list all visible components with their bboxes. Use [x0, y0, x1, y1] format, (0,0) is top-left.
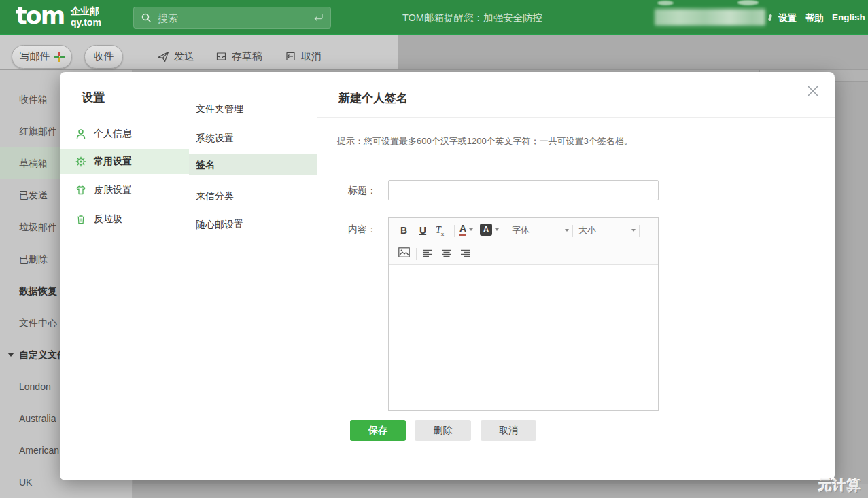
cancel-compose-button[interactable]: 取消: [285, 46, 322, 67]
font-color-letter: A: [459, 224, 466, 236]
shirt-icon: [75, 185, 86, 196]
mail-toolbar-right: [398, 35, 868, 69]
search-icon: [141, 12, 152, 23]
submenu-item-mail-sorting[interactable]: 来信分类: [189, 185, 317, 206]
screen: tom 企业邮 qy.tom TOM邮箱提醒您：加强安全防控 设置 帮助 Eng…: [0, 0, 868, 498]
toolbar-separator: [639, 225, 640, 237]
content-field-label: 内容：: [348, 224, 389, 236]
signature-content-area[interactable]: [389, 265, 658, 410]
cancel-compose-label: 取消: [301, 50, 322, 63]
font-color-button[interactable]: A: [459, 224, 473, 236]
receive-button[interactable]: 收件: [84, 45, 123, 69]
menu-label: 常用设置: [94, 156, 132, 168]
title-divider: [317, 117, 835, 118]
collapse-triangle-icon: [7, 353, 14, 357]
signature-title-input[interactable]: [388, 180, 659, 200]
send-label: 发送: [174, 50, 194, 63]
signature-panel: 新建个人签名 提示：您可设置最多600个汉字或1200个英文字符；一共可设置3个…: [317, 72, 835, 480]
toolbar-separator: [506, 225, 506, 237]
settings-modal: 设置 个人信息 常用设置 皮肤设置 反垃圾 文件夹管理 系统设置 签名 来信分类: [60, 72, 835, 480]
bold-button[interactable]: B: [400, 224, 407, 237]
submenu-item-signature[interactable]: 签名: [189, 154, 317, 175]
brand-line1: 企业邮: [71, 5, 101, 17]
clear-format-button[interactable]: Tx: [436, 224, 444, 241]
brand-line2: qy.tom: [71, 17, 101, 29]
compose-button[interactable]: 写邮件: [12, 45, 72, 69]
toolbar-separator: [454, 225, 455, 237]
search-box[interactable]: [133, 7, 331, 29]
highlight-color-button[interactable]: A: [480, 224, 499, 236]
font-size-dropdown[interactable]: 大小: [578, 224, 636, 237]
chevron-down-icon: [565, 229, 569, 232]
compose-label: 写邮件: [20, 50, 50, 63]
align-center-button[interactable]: [442, 249, 451, 261]
menu-item-general-settings[interactable]: 常用设置: [60, 149, 189, 174]
align-left-button[interactable]: [423, 249, 432, 261]
send-button[interactable]: 发送: [157, 46, 194, 67]
chevron-down-icon: [469, 228, 473, 231]
submenu-item-suixin-mail[interactable]: 随心邮设置: [189, 214, 317, 234]
back-arrow-box-icon: [285, 51, 296, 62]
receive-label: 收件: [94, 50, 114, 63]
toolbar-separator: [416, 248, 417, 260]
topbar-settings-link[interactable]: 设置: [778, 12, 797, 24]
settings-menu-column: 设置 个人信息 常用设置 皮肤设置 反垃圾: [60, 72, 189, 480]
topbar: tom 企业邮 qy.tom TOM邮箱提醒您：加强安全防控 设置 帮助 Eng…: [0, 0, 868, 35]
submenu-item-folder-management[interactable]: 文件夹管理: [189, 99, 317, 119]
chevron-down-icon: [631, 229, 636, 232]
toolbar-separator: [572, 225, 573, 237]
tom-logo[interactable]: tom: [16, 2, 64, 29]
underline-button[interactable]: U: [419, 224, 426, 237]
redaction-artifact: [768, 14, 772, 22]
menu-label: 反垃圾: [94, 213, 122, 226]
image-icon: [398, 247, 410, 257]
settings-submenu-column: 文件夹管理 系统设置 签名 来信分类 随心邮设置: [189, 72, 317, 480]
submenu-item-system-settings[interactable]: 系统设置: [189, 128, 317, 148]
menu-label: 皮肤设置: [94, 184, 132, 196]
toolbar-divider: [0, 69, 868, 70]
search-input[interactable]: [158, 12, 313, 24]
save-button[interactable]: 保存: [350, 420, 406, 441]
account-redacted: [655, 9, 765, 26]
brand-text: 企业邮 qy.tom: [71, 5, 101, 29]
save-draft-label: 存草稿: [232, 50, 262, 63]
notice-text: TOM邮箱提醒您：加强安全防控: [402, 12, 542, 24]
topbar-help-link[interactable]: 帮助: [805, 12, 824, 24]
enter-icon: [313, 13, 324, 22]
font-family-value: 字体: [512, 224, 530, 236]
align-left-icon: [423, 249, 432, 258]
redaction-artifact: [657, 1, 674, 5]
cancel-button[interactable]: 取消: [481, 420, 536, 441]
hint-text: 提示：您可设置最多600个汉字或1200个英文字符；一共可设置3个签名档。: [337, 135, 633, 147]
clear-format-t: T: [436, 225, 441, 235]
delete-button[interactable]: 删除: [415, 420, 471, 441]
menu-item-personal-info[interactable]: 个人信息: [60, 122, 189, 146]
menu-item-skin-settings[interactable]: 皮肤设置: [60, 178, 189, 202]
title-field-label: 标题：: [348, 185, 389, 197]
menu-item-anti-spam[interactable]: 反垃圾: [60, 207, 189, 232]
user-icon: [75, 128, 86, 139]
watermark: 元计算: [818, 476, 861, 495]
trash-icon: [75, 214, 86, 225]
align-right-button[interactable]: [461, 249, 470, 261]
editor-toolbar: B U Tx A A 字体 大小: [389, 218, 658, 265]
settings-title: 设置: [82, 90, 105, 105]
scrollbar-divider: [858, 70, 858, 81]
menu-label: 个人信息: [94, 128, 132, 140]
close-icon: [806, 84, 820, 98]
close-button[interactable]: [806, 84, 820, 98]
clear-format-x: x: [441, 230, 445, 237]
rich-text-editor: B U Tx A A 字体 大小: [388, 217, 659, 411]
align-center-icon: [442, 249, 451, 258]
font-size-value: 大小: [578, 224, 596, 236]
font-family-dropdown[interactable]: 字体: [512, 224, 569, 237]
align-right-icon: [461, 249, 470, 258]
chevron-down-icon: [495, 228, 499, 231]
tray-icon: [215, 51, 227, 62]
plus-icon: [54, 52, 65, 62]
topbar-language-link[interactable]: English: [832, 12, 865, 22]
paper-plane-icon: [157, 51, 169, 63]
save-draft-button[interactable]: 存草稿: [215, 46, 262, 67]
insert-image-button[interactable]: [398, 247, 410, 260]
highlight-color-letter: A: [480, 224, 492, 236]
